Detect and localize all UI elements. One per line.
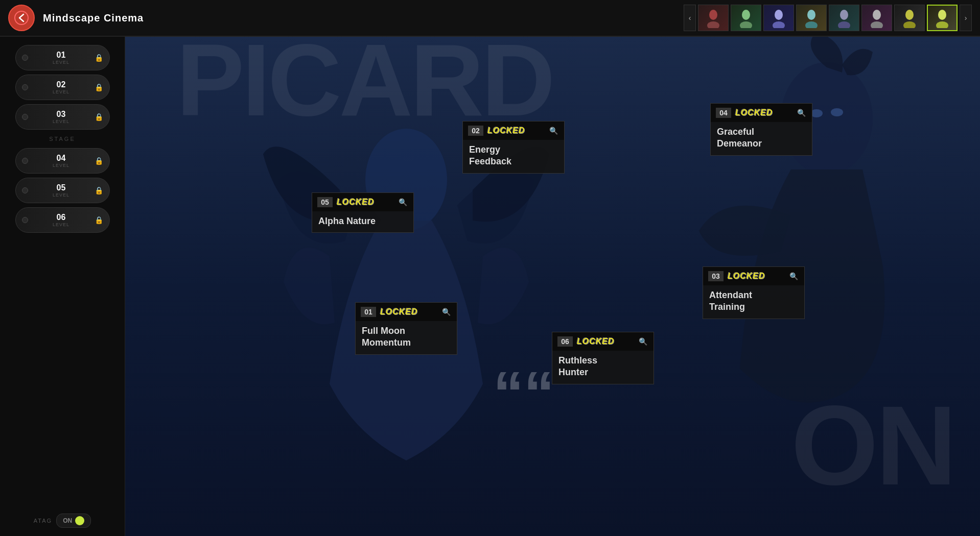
episode-number-05: 05 [317,197,333,207]
episode-card-05[interactable]: 05 LOCKED 🔍 Alpha Nature [312,192,414,233]
atag-row: ATAG ON [34,514,91,528]
svg-point-10 [838,21,850,28]
episode-body-05: Alpha Nature [312,211,413,232]
atag-label: ATAG [34,518,52,524]
episode-title-03: AttendantTraining [709,290,752,312]
char-thumb-3[interactable] [763,5,794,31]
episode-title-06: RuthlessHunter [558,355,597,377]
level-btn-02[interactable]: 02 LEVEL 🔒 [15,75,110,100]
svg-point-14 [903,21,916,28]
svg-point-20 [831,108,843,116]
episode-body-01: Full MoonMomentum [356,321,457,354]
level-btn-05[interactable]: 05 LEVEL 🔒 [15,178,110,203]
level-label: LEVEL [53,119,69,124]
search-button-01[interactable]: 🔍 [441,307,452,317]
search-button-03[interactable]: 🔍 [788,271,799,281]
level-info: 05 LEVEL [53,183,69,198]
level-dot [22,158,28,164]
level-btn-06[interactable]: 06 LEVEL 🔒 [15,207,110,233]
search-button-06[interactable]: 🔍 [638,336,648,347]
level-info: 04 LEVEL [53,154,69,168]
level-btn-01[interactable]: 01 LEVEL 🔒 [15,45,110,70]
svg-point-1 [709,10,717,20]
level-dot [22,84,28,90]
character-carousel: ‹ [684,5,972,31]
episode-card-06[interactable]: 06 LOCKED 🔍 RuthlessHunter [552,332,654,384]
level-label: LEVEL [53,192,69,198]
locked-badge-02: LOCKED [487,126,544,135]
level-number: 03 [57,110,66,119]
episode-title-02: EnergyFeedback [469,144,511,166]
back-button[interactable] [8,5,35,31]
level-info: 01 LEVEL [53,51,69,65]
episode-body-02: EnergyFeedback [463,140,564,173]
episode-number-06: 06 [557,336,573,347]
episode-title-05: Alpha Nature [318,216,376,226]
episode-card-01[interactable]: 01 LOCKED 🔍 Full MoonMomentum [355,302,457,355]
char-thumb-6[interactable] [861,5,892,31]
episode-body-06: RuthlessHunter [552,351,654,384]
episode-card-03[interactable]: 03 LOCKED 🔍 AttendantTraining [703,266,805,319]
episode-number-04: 04 [716,108,731,118]
episode-header-02: 02 LOCKED 🔍 [463,121,564,140]
atag-toggle[interactable]: ON [56,514,91,528]
episode-title-01: Full MoonMomentum [362,326,411,348]
lock-icon: 🔒 [95,157,103,165]
search-button-05[interactable]: 🔍 [398,197,408,207]
level-btn-04[interactable]: 04 LEVEL 🔒 [15,148,110,174]
level-info: 03 LEVEL [53,110,69,124]
svg-point-15 [938,10,946,20]
sidebar: 01 LEVEL 🔒 02 LEVEL 🔒 03 LEVEL 🔒 STAGE [0,37,125,536]
svg-point-3 [742,10,750,20]
episode-card-02[interactable]: 02 LOCKED 🔍 EnergyFeedback [462,121,565,174]
svg-point-11 [873,10,881,20]
level-dot [22,217,28,223]
level-number: 04 [57,154,66,163]
app-title: Mindscape Cinema [43,12,144,24]
level-info: 02 LEVEL [53,80,69,94]
lock-icon: 🔒 [95,186,103,194]
locked-badge-06: LOCKED [577,337,634,346]
carousel-next[interactable]: › [960,5,972,31]
char-thumb-8[interactable] [927,5,958,31]
lock-icon: 🔒 [95,83,103,91]
search-button-04[interactable]: 🔍 [796,108,807,118]
char-thumb-4[interactable] [796,5,827,31]
char-thumb-5[interactable] [829,5,859,31]
level-dot [22,55,28,61]
svg-point-2 [707,21,719,28]
level-btn-03[interactable]: 03 LEVEL 🔒 [15,104,110,130]
svg-point-4 [740,21,752,28]
locked-badge-04: LOCKED [735,108,792,117]
svg-point-8 [805,21,818,28]
level-label: LEVEL [53,222,69,227]
char-thumb-1[interactable] [698,5,729,31]
main-content: 01 LEVEL 🔒 02 LEVEL 🔒 03 LEVEL 🔒 STAGE [0,37,980,536]
level-number: 06 [57,213,66,222]
carousel-prev[interactable]: ‹ [684,5,696,31]
top-bar: Mindscape Cinema ‹ [0,0,980,37]
episode-number-02: 02 [468,126,483,136]
level-number: 01 [57,51,66,60]
episode-header-04: 04 LOCKED 🔍 [711,104,812,122]
svg-point-7 [807,10,815,20]
episode-header-05: 05 LOCKED 🔍 [312,193,413,211]
episode-header-06: 06 LOCKED 🔍 [552,332,654,351]
locked-badge-03: LOCKED [728,272,784,281]
lock-icon: 🔒 [95,216,103,224]
episode-number-03: 03 [708,271,724,281]
char-thumb-7[interactable] [894,5,925,31]
stage-label: STAGE [49,134,75,144]
level-number: 02 [57,80,66,89]
toggle-label: ON [63,517,72,524]
level-label: LEVEL [53,60,69,65]
episode-card-04[interactable]: 04 LOCKED 🔍 GracefulDemeanor [710,103,812,156]
level-dot [22,114,28,120]
svg-point-12 [871,21,883,28]
search-button-02[interactable]: 🔍 [548,126,559,136]
episode-number-01: 01 [361,307,376,317]
char-thumb-2[interactable] [731,5,761,31]
level-info: 06 LEVEL [53,213,69,227]
quote-mark: ““ [493,362,554,424]
svg-point-5 [775,10,783,20]
